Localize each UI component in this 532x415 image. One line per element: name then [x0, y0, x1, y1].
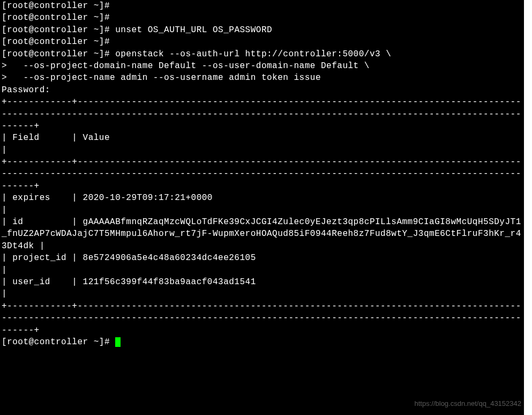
command-line: [root@controller ~]# unset OS_AUTH_URL O…: [2, 24, 522, 36]
table-border: +------------+--------------------------…: [2, 96, 522, 132]
table-row-id: | id | gAAAAABfmnqRZaqMzcWQLoTdFKe39CxJC…: [2, 216, 522, 252]
command-line: [root@controller ~]# openstack --os-auth…: [2, 48, 522, 60]
terminal-window[interactable]: [root@controller ~]#[root@controller ~]#…: [0, 0, 524, 415]
shell-prompt: [root@controller ~]#: [2, 1, 110, 11]
command-text: unset OS_AUTH_URL OS_PASSWORD: [115, 25, 272, 35]
active-prompt-line[interactable]: [root@controller ~]#: [2, 336, 522, 348]
table-row-user-id: | user_id | 121f56c399f44f83ba9aacf043ad…: [2, 276, 522, 300]
prompt-line: [root@controller ~]#: [2, 36, 522, 48]
table-border: +------------+--------------------------…: [2, 300, 522, 336]
shell-prompt: [root@controller ~]#: [2, 337, 115, 347]
table-header: | Field | Value |: [2, 132, 522, 156]
shell-prompt: [root@controller ~]#: [2, 25, 110, 35]
prompt-line: [root@controller ~]#: [2, 12, 522, 24]
cursor-icon: [115, 337, 121, 347]
command-text: openstack --os-auth-url http://controlle…: [115, 49, 391, 59]
shell-prompt: [root@controller ~]#: [2, 37, 110, 47]
shell-prompt: [root@controller ~]#: [2, 49, 110, 59]
prompt-line: [root@controller ~]#: [2, 0, 522, 12]
table-row-expires: | expires | 2020-10-29T09:17:21+0000 |: [2, 192, 522, 216]
table-row-project-id: | project_id | 8e5724906a5e4c48a60234dc4…: [2, 252, 522, 276]
password-prompt: Password:: [2, 84, 522, 96]
command-continuation: > --os-project-domain-name Default --os-…: [2, 60, 522, 72]
command-continuation: > --os-project-name admin --os-username …: [2, 72, 522, 84]
shell-prompt: [root@controller ~]#: [2, 13, 110, 23]
watermark-text: https://blog.csdn.net/qq_43152342: [415, 399, 522, 409]
table-border: +------------+--------------------------…: [2, 156, 522, 192]
